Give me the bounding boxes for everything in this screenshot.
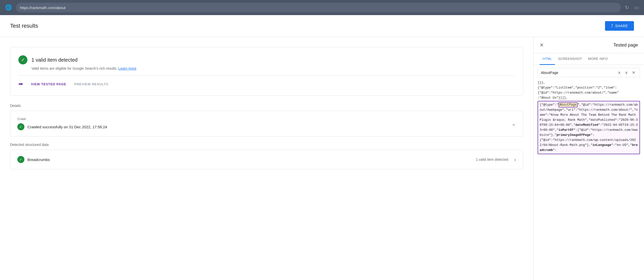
url-bar[interactable]: https://rankmath.com/about	[16, 3, 621, 12]
page-header: Test results ⤴ SHARE	[0, 15, 644, 37]
details-label: Details	[10, 104, 523, 108]
check-circle-icon: ✓	[18, 55, 27, 64]
aboutpage-highlight: AboutPage	[558, 102, 578, 107]
struct-expand-icon[interactable]: ›	[514, 157, 516, 163]
right-panel-header: ✕ Tested page	[534, 37, 644, 53]
action-row: ➡ VIEW TESTED PAGE PREVIEW RESULTS	[18, 81, 515, 87]
search-next-button[interactable]: ∨	[623, 70, 629, 75]
tab-screenshot[interactable]: SCREENSHOT	[555, 53, 585, 65]
valid-desc-text: Valid items are eligible for Google Sear…	[31, 66, 117, 70]
crawl-expand-icon[interactable]: ⌄	[512, 121, 516, 127]
search-nav: ∧ ∨ ✕	[616, 70, 637, 75]
code-display: }}}, {"@type":"ListItem","position":"2",…	[534, 80, 644, 159]
valid-item-card: ✓ 1 valid item detected Valid items are …	[10, 47, 523, 96]
search-prev-button[interactable]: ∧	[616, 70, 622, 75]
refresh-icon[interactable]: ↻	[625, 5, 629, 11]
device-icon[interactable]: ▭	[634, 5, 639, 11]
in-language-key: inLanguage	[592, 143, 611, 147]
is-part-of-key: isPartOf	[558, 128, 574, 132]
valid-title: 1 valid item detected	[31, 57, 77, 63]
valid-header: ✓ 1 valid item detected	[18, 55, 515, 64]
structured-data-card: ✓ Breadcrumbs 1 valid item detected ›	[10, 150, 523, 169]
crawl-text: Crawled successfully on 31 Dec 2022, 17:…	[27, 125, 107, 129]
page-title: Test results	[10, 23, 38, 29]
close-button[interactable]: ✕	[540, 42, 544, 48]
view-tested-page-button[interactable]: VIEW TESTED PAGE	[31, 82, 66, 86]
primary-image-key: primaryImageOfPage	[557, 133, 591, 137]
date-modified-key: dateModified	[576, 123, 598, 127]
share-label: SHARE	[615, 24, 628, 28]
preview-results-label: PREVIEW RESULTS	[74, 82, 108, 86]
url-text: https://rankmath.com/about	[20, 6, 66, 10]
browser-actions: ↻ ▭	[625, 5, 639, 11]
arrow-right-icon: ➡	[18, 81, 23, 87]
tabs-bar: HTML SCREENSHOT MORE INFO	[534, 53, 644, 65]
struct-item-name: Breadcrumbs	[27, 157, 50, 162]
share-button[interactable]: ⤴ SHARE	[605, 21, 634, 31]
main-layout: ✓ 1 valid item detected Valid items are …	[0, 37, 644, 280]
share-icon: ⤴	[611, 24, 613, 28]
crawl-content: ✓ Crawled successfully on 31 Dec 2022, 1…	[17, 123, 107, 130]
struct-name: ✓ Breadcrumbs	[17, 156, 476, 163]
highlighted-code-block: {"@type":"AboutPage","@id":"https://rank…	[538, 101, 640, 154]
struct-count: 1 valid item detected	[476, 157, 508, 162]
preview-results-button[interactable]: PREVIEW RESULTS	[74, 82, 108, 86]
view-tested-label: VIEW TESTED PAGE	[31, 82, 66, 86]
globe-icon: 🌐	[5, 4, 12, 11]
search-bar: ∧ ∨ ✕	[538, 68, 640, 77]
learn-more-link[interactable]: Learn more	[118, 66, 137, 70]
crawl-check-icon: ✓	[17, 123, 24, 130]
crawl-label: Crawl	[17, 117, 107, 121]
code-area[interactable]: ∧ ∨ ✕ }}}, {"@type":"ListItem","position…	[534, 65, 644, 280]
tab-html[interactable]: HTML	[540, 53, 555, 65]
table-row[interactable]: ✓ Breadcrumbs 1 valid item detected ›	[10, 150, 523, 169]
code-line-2: {"@type":"ListItem","position":"2","item…	[538, 86, 619, 100]
crawl-info: Crawl ✓ Crawled successfully on 31 Dec 2…	[17, 117, 107, 130]
code-line-1: }}},	[538, 81, 545, 85]
right-panel: ✕ Tested page HTML SCREENSHOT MORE INFO …	[533, 37, 644, 280]
crawl-card: Crawl ✓ Crawled successfully on 31 Dec 2…	[10, 111, 523, 137]
search-close-button[interactable]: ✕	[630, 70, 637, 75]
left-panel: ✓ 1 valid item detected Valid items are …	[0, 37, 533, 280]
valid-description: Valid items are eligible for Google Sear…	[31, 66, 515, 70]
search-input[interactable]	[541, 71, 616, 75]
struct-check-icon: ✓	[17, 156, 24, 163]
structured-data-label: Detected structured data	[10, 143, 523, 147]
tab-more-info[interactable]: MORE INFO	[585, 53, 611, 65]
browser-bar: 🌐 https://rankmath.com/about ↻ ▭	[0, 0, 644, 15]
right-panel-title: Tested page	[613, 43, 638, 48]
breadcrumb-key: breadcrumb	[540, 143, 638, 152]
divider	[18, 75, 515, 76]
